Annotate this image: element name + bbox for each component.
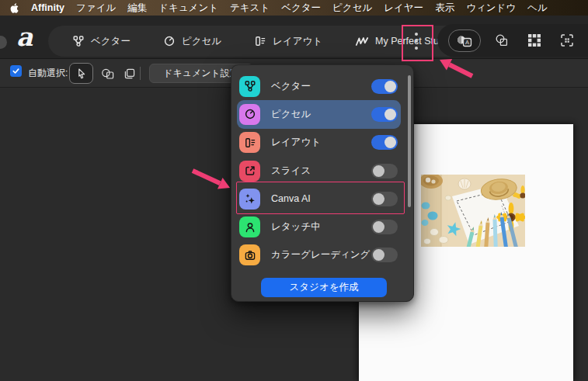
studio-menu-row-3[interactable]: レイアウト	[237, 129, 401, 157]
studio-tab-label: レイアウト	[273, 35, 322, 48]
menubar-item-8[interactable]: レイヤー	[384, 2, 423, 15]
popover-scrollbar[interactable]	[408, 75, 411, 207]
menubar-item-3[interactable]: 編集	[127, 2, 147, 15]
shape-builder-icon[interactable]	[495, 33, 509, 47]
canvas-photo-image[interactable]	[421, 175, 525, 247]
create-studio-button[interactable]: スタジオを作成	[261, 278, 387, 297]
studio-toggle-off[interactable]	[371, 220, 398, 234]
studio-menu-row-1[interactable]: ベクター	[237, 72, 401, 100]
studio-menu-label: ピクセル	[271, 108, 371, 121]
studio-toggle-on[interactable]	[371, 79, 398, 94]
svg-text:A: A	[465, 39, 469, 46]
apple-icon[interactable]	[9, 2, 19, 14]
menubar-item-7[interactable]: ピクセル	[332, 2, 372, 15]
duplicate-tool-icon[interactable]	[117, 63, 141, 84]
shapes-tool-icon[interactable]	[96, 63, 120, 84]
toolbar-right-group: A	[437, 24, 588, 57]
layout-columns-icon	[239, 132, 260, 153]
studio-toggle-on[interactable]	[371, 135, 398, 150]
person-icon	[239, 216, 260, 237]
vector-nodes-icon	[72, 35, 85, 47]
studio-menu-label: レイアウト	[271, 136, 371, 149]
panels-grid-icon[interactable]	[527, 33, 541, 47]
studio-toggle-on[interactable]	[371, 107, 398, 122]
slice-export-icon	[239, 161, 260, 182]
annotation-arrow-more-button	[432, 54, 482, 82]
studio-toggle-off[interactable]	[371, 164, 398, 178]
annotation-box-more-button	[402, 25, 433, 61]
menubar-item-6[interactable]: ベクター	[281, 2, 321, 15]
studio-tab-1[interactable]: ベクター	[56, 35, 147, 48]
auto-select-label: 自動選択:	[28, 67, 68, 80]
menubar-item-5[interactable]: テキスト	[230, 2, 270, 15]
fit-screen-icon[interactable]	[560, 33, 574, 47]
annotation-arrow-canva-ai	[188, 166, 236, 194]
studio-tab-label: ベクター	[91, 35, 130, 48]
annotation-box-canva-ai	[236, 182, 405, 214]
studio-menu-row-6[interactable]: レタッチ中	[237, 213, 401, 241]
studio-toggle-off[interactable]	[371, 248, 398, 262]
studio-menu-label: カラーグレーディング	[271, 248, 371, 262]
studio-menu-row-4[interactable]: スライス	[237, 157, 401, 185]
studio-menu-label: レタッチ中	[271, 220, 371, 234]
studio-menu-label: スライス	[271, 165, 371, 178]
affinity-logo: a	[16, 20, 33, 54]
toolbar-separator	[140, 67, 141, 80]
menubar-item-1[interactable]: Affinity	[31, 2, 64, 13]
menubar-item-4[interactable]: ドキュメント	[158, 2, 218, 15]
pixel-circle-icon	[163, 35, 176, 47]
pixel-circle-icon	[239, 104, 260, 125]
studio-tab-3[interactable]: レイアウト	[238, 35, 339, 48]
move-tool-icon[interactable]	[69, 63, 93, 84]
studio-menu-label: ベクター	[271, 80, 371, 93]
studio-tab-2[interactable]: ピクセル	[147, 35, 238, 48]
text-style-icon[interactable]: A	[448, 29, 481, 52]
studio-menu-row-2[interactable]: ピクセル	[237, 100, 401, 128]
menubar-item-2[interactable]: ファイル	[76, 2, 116, 15]
studio-tab-label: ピクセル	[182, 35, 221, 48]
studio-menu-popover: ベクターピクセルレイアウトスライスCanva AIレタッチ中カラーグレーディング…	[231, 64, 414, 302]
menubar-item-9[interactable]: 表示	[435, 2, 454, 15]
layout-columns-icon	[254, 35, 266, 47]
menubar-item-10[interactable]: ウィンドウ	[466, 2, 516, 15]
camera-icon	[239, 244, 260, 265]
studio-menu-row-7[interactable]: カラーグレーディング	[237, 241, 401, 269]
macos-menubar: Affinityファイル編集ドキュメントテキストベクターピクセルレイヤー表示ウィ…	[0, 0, 588, 16]
menubar-item-11[interactable]: ヘル	[527, 2, 548, 15]
auto-select-checkbox[interactable]	[10, 65, 22, 77]
vector-nodes-icon	[239, 76, 260, 97]
squiggle-icon	[355, 36, 369, 47]
